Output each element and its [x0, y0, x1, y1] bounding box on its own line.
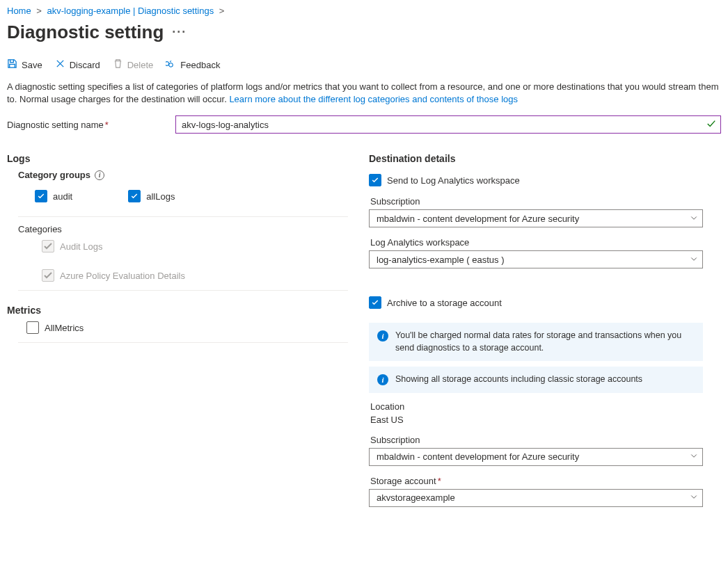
- save-button[interactable]: Save: [7, 58, 42, 71]
- setting-name-label: Diagnostic setting name*: [7, 120, 167, 130]
- setting-name-input[interactable]: [180, 119, 706, 131]
- breadcrumb-home[interactable]: Home: [7, 6, 31, 16]
- location-label: Location: [370, 401, 721, 412]
- subscription2-select[interactable]: mbaldwin - content development for Azure…: [369, 448, 703, 466]
- send-loganalytics-checkbox[interactable]: [369, 174, 381, 186]
- info-icon: i: [377, 374, 388, 385]
- chevron-down-icon: [690, 214, 698, 224]
- setting-name-row: Diagnostic setting name*: [7, 115, 721, 134]
- subscription-label: Subscription: [370, 196, 721, 207]
- breadcrumb: Home > akv-logging-example | Diagnostic …: [7, 4, 721, 22]
- chevron-down-icon: [690, 255, 698, 265]
- info-icon[interactable]: i: [95, 170, 104, 180]
- more-actions-button[interactable]: ···: [172, 25, 187, 40]
- save-label: Save: [22, 60, 42, 70]
- audit-checkbox[interactable]: [35, 190, 47, 202]
- divider: [18, 216, 348, 217]
- info-icon: i: [377, 330, 388, 342]
- save-icon: [7, 58, 17, 71]
- chevron-down-icon: [690, 492, 698, 503]
- location-value: East US: [370, 415, 721, 425]
- delete-button: Delete: [113, 58, 154, 71]
- metrics-heading: Metrics: [7, 305, 348, 316]
- categories-label: Categories: [18, 224, 348, 234]
- chevron-right-icon: >: [219, 6, 225, 16]
- chevron-right-icon: >: [36, 6, 42, 16]
- chevron-down-icon: [690, 451, 698, 462]
- auditlogs-label: Audit Logs: [60, 241, 102, 252]
- learn-more-link[interactable]: Learn more about the different log categ…: [229, 94, 518, 104]
- laworkspace-label: Log Analytics workspace: [370, 237, 721, 248]
- storageaccount-value: akvstorageexample: [377, 492, 455, 503]
- logs-heading: Logs: [7, 153, 348, 164]
- feedback-icon: [166, 58, 176, 71]
- azurepolicy-label: Azure Policy Evaluation Details: [60, 271, 185, 281]
- subscription2-label: Subscription: [370, 435, 721, 445]
- alllogs-checkbox[interactable]: [128, 190, 141, 202]
- category-groups-heading: Category groups i: [18, 170, 348, 180]
- required-asterisk: *: [105, 120, 109, 130]
- alllogs-label: allLogs: [146, 191, 175, 202]
- trash-icon: [113, 58, 123, 71]
- allmetrics-label: AllMetrics: [45, 323, 84, 333]
- storageaccount-select[interactable]: akvstorageexample: [369, 489, 703, 507]
- page-title-text: Diagnostic setting: [7, 22, 164, 43]
- delete-label: Delete: [127, 60, 154, 70]
- storageaccount-label: Storage account*: [370, 476, 721, 486]
- storage-charge-banner: i You'll be charged normal data rates fo…: [369, 323, 703, 361]
- subscription-select[interactable]: mbaldwin - content development for Azure…: [369, 209, 703, 227]
- discard-label: Discard: [70, 60, 100, 70]
- audit-label: audit: [53, 191, 72, 202]
- archive-storage-checkbox[interactable]: [369, 296, 381, 309]
- laworkspace-select[interactable]: log-analytics-example ( eastus ): [369, 250, 703, 268]
- logs-panel: Logs Category groups i audit allLogs Cat…: [7, 145, 348, 507]
- send-loganalytics-label: Send to Log Analytics workspace: [387, 175, 520, 186]
- storage-classic-banner: i Showing all storage accounts including…: [369, 367, 703, 393]
- subscription-value: mbaldwin - content development for Azure…: [377, 214, 579, 224]
- storage-charge-text: You'll be charged normal data rates for …: [395, 330, 695, 354]
- breadcrumb-resource[interactable]: akv-logging-example | Diagnostic setting…: [47, 6, 214, 16]
- divider: [18, 342, 348, 343]
- azurepolicy-checkbox: [42, 269, 54, 282]
- subscription2-value: mbaldwin - content development for Azure…: [377, 451, 579, 462]
- toolbar: Save Discard Delete Feedback: [7, 56, 721, 81]
- required-asterisk: *: [438, 476, 441, 486]
- close-icon: [55, 58, 65, 71]
- archive-storage-label: Archive to a storage account: [387, 298, 502, 308]
- description-text: A diagnostic setting specifies a list of…: [7, 81, 721, 106]
- divider: [18, 290, 348, 291]
- destination-panel: Destination details Send to Log Analytic…: [369, 145, 721, 507]
- setting-name-input-wrap[interactable]: [175, 115, 721, 134]
- allmetrics-checkbox[interactable]: [26, 321, 39, 334]
- valid-check-icon: [706, 119, 716, 131]
- discard-button[interactable]: Discard: [55, 58, 100, 71]
- page-title: Diagnostic setting ···: [7, 22, 721, 43]
- feedback-button[interactable]: Feedback: [166, 58, 220, 71]
- laworkspace-value: log-analytics-example ( eastus ): [377, 255, 505, 265]
- feedback-label: Feedback: [180, 60, 220, 70]
- storage-classic-text: Showing all storage accounts including c…: [395, 374, 642, 386]
- auditlogs-checkbox: [42, 240, 54, 252]
- destination-heading: Destination details: [369, 153, 721, 164]
